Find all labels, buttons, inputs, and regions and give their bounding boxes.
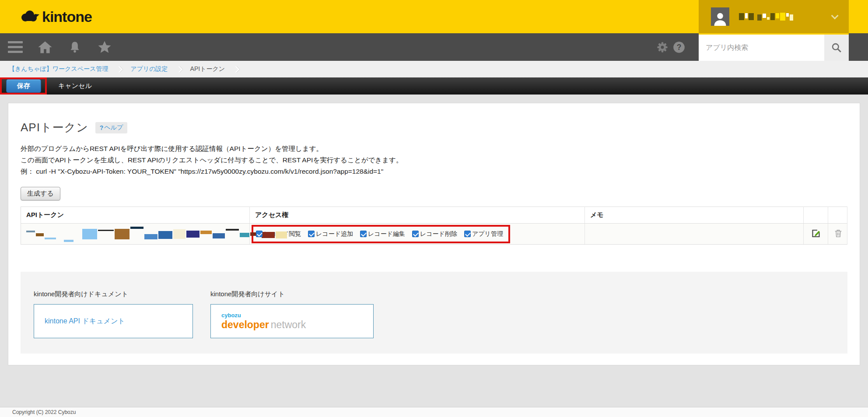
svg-text:?: ?	[677, 43, 682, 52]
breadcrumb-current: APIトークン	[190, 65, 225, 73]
generate-token-button[interactable]: 生成する	[21, 187, 60, 200]
user-menu[interactable]	[699, 0, 849, 33]
dev-doc-link-box[interactable]: kintone API ドキュメント	[34, 304, 193, 338]
help-icon[interactable]: ?	[671, 39, 687, 56]
description-line: この画面でAPIトークンを生成し、REST APIのリクエストヘッダに付与するこ…	[21, 154, 847, 166]
notification-bell-icon[interactable]	[66, 39, 83, 56]
settings-gear-icon[interactable]	[654, 39, 671, 56]
help-link-label: ヘルプ	[104, 124, 123, 132]
cancel-button[interactable]: キャンセル	[58, 82, 92, 90]
save-button[interactable]: 保存	[6, 79, 41, 93]
checkbox-record-delete[interactable]: レコード削除	[412, 230, 457, 238]
description: 外部のプログラムからREST APIを呼び出す際に使用する認証情報（APIトーク…	[21, 143, 847, 177]
breadcrumb-workspace[interactable]: 【きんちゃぼ】ワークスペース管理	[9, 65, 108, 73]
cybozu-developer-network-logo: cybozu developernetwork	[221, 312, 306, 331]
nav-bar: ?	[0, 33, 868, 61]
description-line: 外部のプログラムからREST APIを呼び出す際に使用する認証情報（APIトーク…	[21, 143, 847, 154]
dev-doc-label: kintone開発者向けドキュメント	[34, 290, 193, 298]
hamburger-bars	[8, 41, 23, 53]
page-title: APIトークン	[21, 120, 88, 135]
checkbox-checked-icon[interactable]	[308, 231, 315, 237]
token-value-cell	[21, 224, 250, 245]
help-link[interactable]: ? ヘルプ	[95, 122, 128, 133]
search-input[interactable]	[699, 35, 824, 61]
column-header-access-rights: アクセス権	[250, 207, 585, 224]
breadcrumb-app-settings[interactable]: アプリの設定	[130, 65, 168, 73]
dev-site-link-box[interactable]: cybozu developernetwork	[210, 304, 374, 338]
breadcrumb-separator-icon	[175, 66, 182, 73]
chevron-down-icon	[831, 12, 839, 19]
annotation-highlight-permissions: レコード閲覧 レコード追加 レコード編集	[252, 225, 510, 243]
column-header-api-token: APIトークン	[21, 207, 250, 224]
breadcrumb: 【きんちゃぼ】ワークスペース管理 アプリの設定 APIトークン	[0, 61, 868, 77]
avatar	[711, 7, 729, 26]
checkbox-checked-icon[interactable]	[412, 231, 419, 237]
person-icon	[712, 10, 728, 26]
breadcrumb-separator-icon	[233, 66, 240, 73]
annotation-highlight-save: 保存	[0, 77, 47, 95]
delete-trash-icon[interactable]	[833, 228, 843, 238]
dev-site-label: kintone開発者向けサイト	[210, 290, 374, 298]
main-content: APIトークン ? ヘルプ 外部のプログラムからREST APIを呼び出す際に使…	[0, 95, 868, 365]
app-search	[699, 33, 849, 61]
kintone-cloud-icon	[20, 9, 39, 25]
kintone-logo[interactable]: kintone	[20, 8, 92, 25]
checkbox-app-manage[interactable]: アプリ管理	[464, 230, 503, 238]
access-rights-cell: レコード閲覧 レコード追加 レコード編集	[250, 224, 585, 245]
help-question-icon: ?	[100, 124, 104, 131]
search-icon	[831, 42, 842, 53]
action-bar: 保存 キャンセル	[0, 77, 868, 95]
favorite-star-icon[interactable]	[96, 39, 113, 56]
logo-text: kintone	[42, 8, 92, 25]
column-header-memo: メモ	[585, 207, 804, 224]
checkbox-checked-icon[interactable]	[256, 231, 262, 237]
checkbox-checked-icon[interactable]	[360, 231, 367, 237]
user-name-redacted	[739, 10, 793, 23]
hamburger-menu-icon[interactable]	[7, 39, 24, 56]
api-doc-link[interactable]: kintone API ドキュメント	[45, 317, 125, 326]
description-line: 例： curl -H "X-Cybozu-API-Token: YOUR_TOK…	[21, 166, 847, 177]
checkbox-checked-icon[interactable]	[464, 231, 471, 237]
search-button[interactable]	[824, 35, 849, 61]
app-header: kintone	[0, 0, 868, 33]
developer-links-panel: kintone開発者向けドキュメント kintone API ドキュメント ki…	[21, 272, 847, 354]
permission-checkbox-group: レコード閲覧 レコード追加 レコード編集	[256, 230, 503, 238]
footer: Copyright (C) 2022 Cybozu	[0, 407, 868, 417]
api-token-table: APIトークン アクセス権 メモ	[21, 207, 847, 245]
edit-icon[interactable]	[811, 228, 821, 238]
home-icon[interactable]	[37, 39, 53, 56]
checkbox-record-add[interactable]: レコード追加	[308, 230, 353, 238]
memo-cell	[585, 224, 804, 245]
checkbox-record-edit[interactable]: レコード編集	[360, 230, 405, 238]
table-row: レコード閲覧 レコード追加 レコード編集	[21, 224, 847, 245]
breadcrumb-separator-icon	[116, 66, 123, 73]
api-token-card: APIトークン ? ヘルプ 外部のプログラムからREST APIを呼び出す際に使…	[8, 103, 860, 365]
copyright-text: Copyright (C) 2022 Cybozu	[12, 409, 76, 415]
api-token-redacted	[26, 229, 244, 239]
